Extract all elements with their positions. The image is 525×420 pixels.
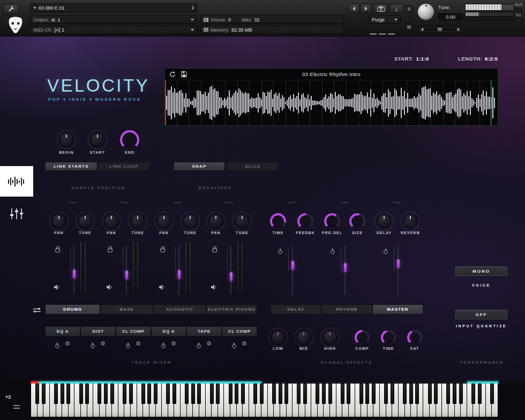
fx-settings-gear-icon[interactable]: [136, 341, 141, 347]
reload-sample-icon[interactable]: [169, 71, 176, 78]
piano-black-key[interactable]: [216, 384, 220, 404]
piano-black-key[interactable]: [79, 384, 83, 404]
volume-slider-thumb[interactable]: [73, 269, 76, 279]
piano-black-key[interactable]: [235, 384, 238, 404]
keyboard-drag-handle[interactable]: [13, 405, 20, 409]
piano-black-key[interactable]: [372, 384, 376, 404]
piano-black-key[interactable]: [42, 384, 46, 404]
piano-black-key[interactable]: [434, 384, 438, 404]
piano-black-key[interactable]: [403, 384, 407, 404]
octave-shift-label[interactable]: +2: [5, 394, 11, 400]
fx-reverb-knob[interactable]: [403, 214, 417, 228]
channel3-pan-knob[interactable]: [157, 214, 171, 228]
channel4-pan-knob[interactable]: [209, 214, 223, 228]
master-tune-knob[interactable]: [418, 4, 434, 20]
master-comp-knob[interactable]: [355, 330, 370, 345]
goat-logo-icon[interactable]: [4, 14, 27, 35]
fx-menu-dots[interactable]: [288, 202, 289, 203]
piano-black-key[interactable]: [303, 384, 307, 404]
fx-menu-dots[interactable]: [341, 202, 342, 203]
channel-menu-dots[interactable]: [174, 202, 175, 203]
piano-black-key[interactable]: [316, 384, 319, 404]
purge-menu[interactable]: Purge: [369, 16, 401, 24]
fx-settings-gear-icon[interactable]: [242, 341, 247, 347]
piano-black-key[interactable]: [428, 384, 432, 404]
fx-settings-gear-icon[interactable]: [206, 341, 212, 347]
channel2-tune-knob[interactable]: [131, 214, 145, 228]
piano-black-key[interactable]: [210, 384, 214, 404]
fx-predel-knob[interactable]: [324, 213, 340, 229]
output-select[interactable]: Output: st. 1: [30, 16, 197, 24]
link-loop-button[interactable]: LINK LOOP: [98, 162, 150, 171]
piano-black-key[interactable]: [297, 384, 301, 404]
channel-menu-dots[interactable]: [226, 202, 227, 203]
piano-black-key[interactable]: [110, 384, 114, 404]
master-mid-knob[interactable]: [297, 331, 311, 344]
fx-bypass-power-icon[interactable]: [89, 343, 95, 349]
begin-knob[interactable]: [59, 133, 73, 147]
piano-black-key[interactable]: [409, 384, 413, 404]
fx-size-knob[interactable]: [349, 213, 365, 229]
info-button[interactable]: [389, 4, 403, 13]
fx-slot-button-4[interactable]: EQ A: [151, 326, 186, 336]
piano-black-key[interactable]: [260, 384, 264, 404]
channel-menu-dots[interactable]: [122, 202, 123, 203]
lock-icon[interactable]: [55, 249, 60, 252]
channel2-pan-knob[interactable]: [104, 214, 118, 228]
sample-end-marker[interactable]: [491, 80, 491, 125]
fx-slot-button-1[interactable]: EQ A: [45, 326, 80, 336]
fx-bypass-power-icon[interactable]: [160, 343, 166, 349]
piano-black-key[interactable]: [453, 384, 456, 404]
piano-black-key[interactable]: [490, 384, 494, 404]
piano-black-key[interactable]: [185, 384, 189, 404]
next-instrument-button[interactable]: [361, 4, 372, 13]
level-slider-thumb[interactable]: [397, 259, 400, 268]
pan-slider[interactable]: [425, 28, 455, 31]
aux-button[interactable]: AUX: [515, 3, 523, 6]
fx-slot-button-5[interactable]: TAPE: [186, 326, 222, 336]
channel1-tune-knob[interactable]: [78, 214, 92, 228]
volume-slider-thumb[interactable]: [125, 271, 128, 280]
piano-black-key[interactable]: [54, 384, 58, 404]
master-level-slider[interactable]: [398, 245, 399, 295]
fx-bypass-power-icon[interactable]: [54, 343, 60, 349]
piano-black-key[interactable]: [66, 384, 70, 404]
aux-toggle[interactable]: [515, 8, 522, 12]
master-low-knob[interactable]: [271, 331, 285, 344]
mixer-tab-electric-picked[interactable]: ELECTRIC PICKED: [206, 304, 257, 314]
fx-time-knob[interactable]: [270, 213, 286, 229]
fx-delay-knob[interactable]: [377, 214, 391, 228]
channel-volume-slider[interactable]: [73, 245, 74, 295]
piano-black-key[interactable]: [154, 384, 158, 404]
piano-black-key[interactable]: [172, 384, 176, 404]
piano-black-key[interactable]: [471, 384, 475, 404]
level-slider-thumb[interactable]: [344, 263, 347, 272]
effects-tab-master[interactable]: MASTER: [372, 304, 423, 314]
solo-button[interactable]: S: [406, 5, 412, 12]
patch-name-field[interactable]: 03 080 E 01: [30, 3, 197, 12]
piano-black-key[interactable]: [141, 384, 145, 404]
piano-black-key[interactable]: [459, 384, 463, 404]
snapshot-camera-button[interactable]: [374, 4, 388, 13]
piano-black-key[interactable]: [415, 384, 419, 404]
arrow-right-icon[interactable]: [458, 28, 460, 31]
piano-black-key[interactable]: [365, 384, 369, 404]
piano-black-key[interactable]: [478, 384, 482, 404]
pan-slider-handle[interactable]: [437, 27, 442, 32]
link-starts-button[interactable]: LINK STARTS: [45, 162, 98, 171]
lock-icon[interactable]: [108, 249, 112, 252]
piano-black-key[interactable]: [229, 384, 232, 404]
piano-black-key[interactable]: [98, 384, 101, 404]
delay-power-icon[interactable]: [277, 249, 283, 254]
pan-width-strip[interactable]: [418, 26, 462, 33]
piano-black-key[interactable]: [279, 384, 282, 404]
piano-black-key[interactable]: [384, 384, 388, 404]
fx-settings-gear-icon[interactable]: [171, 341, 176, 347]
slice-button[interactable]: SLICE: [227, 162, 279, 171]
fx-settings-gear-icon[interactable]: [100, 341, 106, 347]
piano-black-key[interactable]: [241, 384, 245, 404]
channel-menu-dots[interactable]: [69, 202, 70, 203]
lock-icon[interactable]: [212, 249, 217, 252]
piano-black-key[interactable]: [446, 384, 450, 404]
master-time-knob[interactable]: [381, 330, 396, 345]
